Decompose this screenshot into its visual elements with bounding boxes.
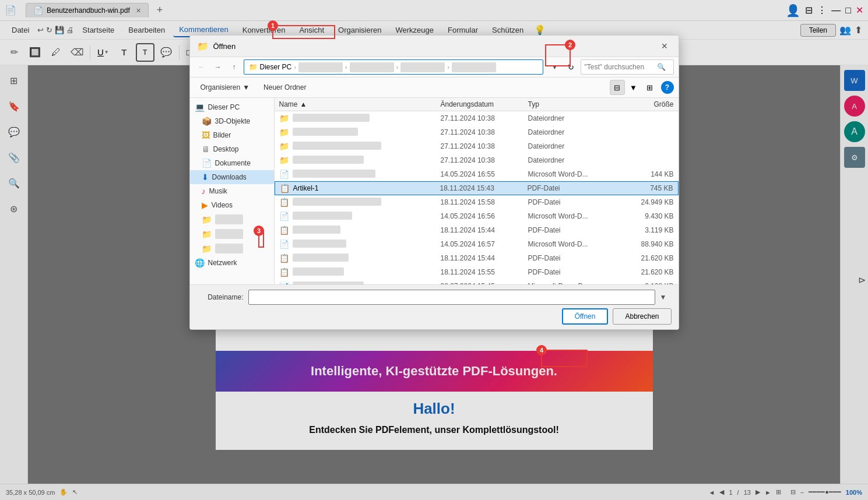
sidebar-netzwerk[interactable]: 🌐 Netzwerk — [190, 256, 274, 270]
dialog-actions: Öffnen Abbrechen — [197, 308, 672, 325]
computer-icon: 💻 — [195, 103, 205, 112]
sidebar-folder3[interactable]: 📁 — [190, 241, 274, 256]
folder3-label — [215, 244, 243, 253]
blurred-addr-4 — [452, 62, 496, 72]
sidebar-videos[interactable]: ▶ Videos — [190, 198, 274, 212]
organise-label: Organisieren — [201, 83, 241, 91]
pdf-icon: 📋 — [279, 198, 289, 207]
help-btn[interactable]: ? — [661, 81, 674, 94]
col-type[interactable]: Typ — [528, 100, 621, 108]
file-row[interactable]: 📋 18.11.2024 15:44 PDF-Datei 21.620 KB — [275, 251, 679, 265]
sidebar-3d-objekte[interactable]: 📦 3D-Objekte — [190, 114, 274, 128]
file-date: 27.11.2024 10:38 — [441, 114, 528, 122]
folder-icon: 📁 — [279, 156, 289, 165]
dialog-close-btn[interactable]: ✕ — [658, 39, 672, 53]
sidebar-dokumente[interactable]: 📄 Dokumente — [190, 156, 274, 170]
file-row[interactable]: 📊 23.07.2024 15:45 Microsoft PowerP... 3… — [275, 279, 679, 284]
file-date: 27.11.2024 10:38 — [441, 156, 528, 164]
3d-label: 3D-Objekte — [215, 117, 251, 125]
blurred-addr-2 — [350, 62, 394, 72]
netzwerk-icon: 🌐 — [195, 258, 205, 267]
blurred-name — [293, 212, 352, 220]
file-row[interactable]: 📄 14.05.2024 16:57 Microsoft Word-D... 8… — [275, 237, 679, 251]
desktop-label: Desktop — [213, 145, 239, 153]
downloads-label: Downloads — [212, 173, 247, 181]
blurred-name — [293, 142, 381, 150]
dialog-sidebar: 💻 Dieser PC 📦 3D-Objekte 🖼 Bilder 🖥 Desk… — [190, 98, 275, 284]
file-type: PDF-Datei — [528, 198, 621, 206]
address-breadcrumb[interactable]: 📁 Dieser PC › › › › — [244, 59, 543, 75]
addr-sep3: › — [396, 64, 399, 71]
cancel-btn[interactable]: Abbrechen — [613, 308, 671, 325]
blurred-name — [293, 170, 375, 178]
sidebar-dieser-pc[interactable]: 💻 Dieser PC — [190, 100, 274, 114]
refresh-btn[interactable]: ↻ — [564, 60, 578, 74]
open-btn[interactable]: Öffnen — [562, 308, 609, 325]
file-row[interactable]: 📁 27.11.2024 10:38 Dateiordner — [275, 111, 679, 125]
col-name[interactable]: Name ▲ — [279, 100, 441, 108]
dokumente-label: Dokumente — [215, 159, 251, 167]
blurred-name — [293, 253, 349, 262]
word-icon: 📄 — [279, 212, 289, 221]
search-input[interactable] — [585, 63, 655, 71]
file-type: PDF-Datei — [528, 226, 621, 234]
dieser-pc-nav-label: Dieser PC — [208, 103, 240, 111]
sidebar-folder2[interactable]: 📁 — [190, 227, 274, 241]
nav-up-btn[interactable]: ↑ — [227, 60, 241, 74]
videos-icon: ▶ — [202, 200, 208, 210]
bilder-label: Bilder — [213, 131, 231, 139]
file-date: 18.11.2024 15:44 — [441, 254, 528, 262]
file-list-area: Name ▲ Änderungsdatum Typ Größe 📁 27.11.… — [275, 98, 679, 284]
search-box[interactable]: 🔍 — [581, 59, 674, 75]
blurred-name — [293, 226, 340, 234]
sidebar-desktop[interactable]: 🖥 Desktop — [190, 142, 274, 156]
sidebar-bilder[interactable]: 🖼 Bilder — [190, 128, 274, 142]
file-row[interactable]: 📋 18.11.2024 15:58 PDF-Datei 24.949 KB — [275, 195, 679, 209]
folder-icon: 📁 — [279, 142, 289, 151]
file-type: Microsoft Word-D... — [528, 170, 621, 178]
sidebar-folder1[interactable]: 📁 — [190, 212, 274, 227]
nav-back-btn[interactable]: ← — [195, 60, 209, 74]
details-view-btn[interactable]: ▼ — [626, 80, 641, 95]
file-date: 27.11.2024 10:38 — [441, 142, 528, 150]
col-size[interactable]: Größe — [621, 100, 674, 108]
large-icons-btn[interactable]: ⊞ — [642, 80, 658, 95]
nav-forward-btn[interactable]: → — [211, 60, 225, 74]
file-row[interactable]: 📄 14.05.2024 16:56 Microsoft Word-D... 9… — [275, 209, 679, 223]
file-row[interactable]: 📄 14.05.2024 16:55 Microsoft Word-D... 1… — [275, 167, 679, 181]
blurred-name — [293, 128, 358, 136]
pdf-file-icon: 📋 — [280, 184, 290, 193]
dialog-toolbar: Organisieren ▼ Neuer Ordner ⊟ ▼ ⊞ ? — [190, 78, 679, 98]
file-row-artikel1[interactable]: 📋 Artikel-1 18.11.2024 15:43 PDF-Datei 7… — [275, 181, 679, 195]
new-folder-btn[interactable]: Neuer Ordner — [258, 82, 312, 93]
file-size: 3.119 KB — [621, 226, 674, 234]
sidebar-downloads[interactable]: ⬇ Downloads — [190, 170, 274, 184]
sidebar-musik[interactable]: ♪ Musik — [190, 184, 274, 198]
list-view-btn[interactable]: ⊟ — [610, 80, 625, 95]
dropdown-addr-btn[interactable]: ▼ — [548, 60, 562, 74]
blurred-name — [293, 240, 346, 248]
musik-label: Musik — [209, 187, 227, 195]
file-size: 9.430 KB — [621, 212, 674, 220]
file-date: 14.05.2024 16:56 — [441, 212, 528, 220]
filename-dropdown-btn[interactable]: ▼ — [660, 293, 672, 301]
3d-folder-icon: 📦 — [202, 117, 212, 126]
file-row[interactable]: 📁 27.11.2024 10:38 Dateiordner — [275, 125, 679, 139]
file-row[interactable]: 📁 27.11.2024 10:38 Dateiordner — [275, 153, 679, 167]
blurred-name — [293, 198, 381, 206]
blurred-name — [293, 267, 344, 276]
folder2-label — [215, 229, 243, 239]
filename-input[interactable] — [248, 290, 655, 305]
desktop-icon: 🖥 — [202, 145, 210, 154]
file-type: Microsoft PowerP... — [528, 282, 621, 285]
file-date: 18.11.2024 15:58 — [441, 198, 528, 206]
file-row[interactable]: 📋 18.11.2024 15:44 PDF-Datei 3.119 KB — [275, 223, 679, 237]
file-type: PDF-Datei — [528, 268, 621, 276]
organise-btn[interactable]: Organisieren ▼ — [195, 82, 256, 93]
file-row[interactable]: 📁 27.11.2024 10:38 Dateiordner — [275, 139, 679, 153]
folder-icon: 📁 — [279, 114, 289, 123]
view-options: ⊟ ▼ ⊞ ? — [610, 80, 674, 95]
file-date: 23.07.2024 15:45 — [441, 282, 528, 285]
col-date[interactable]: Änderungsdatum — [441, 100, 528, 108]
file-row[interactable]: 📋 18.11.2024 15:55 PDF-Datei 21.620 KB — [275, 265, 679, 279]
